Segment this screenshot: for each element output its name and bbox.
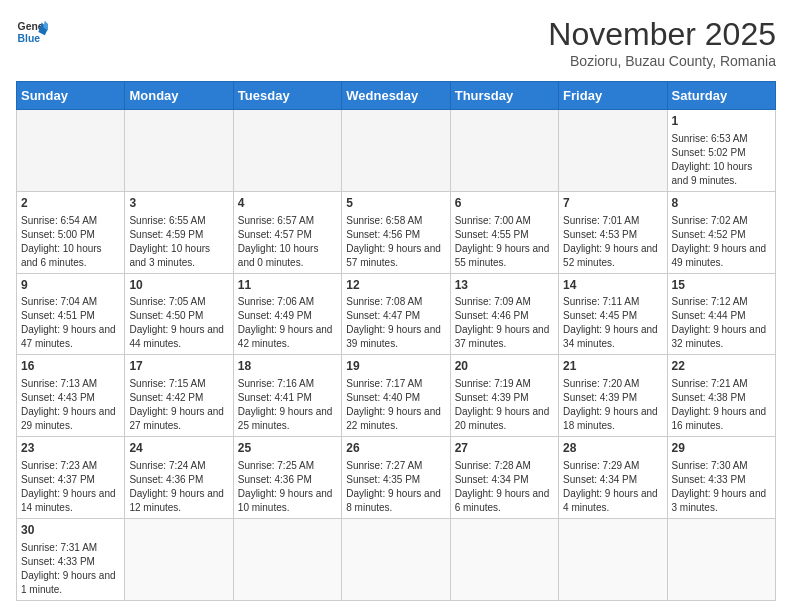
- day-cell: 20Sunrise: 7:19 AM Sunset: 4:39 PM Dayli…: [450, 355, 558, 437]
- day-cell: 21Sunrise: 7:20 AM Sunset: 4:39 PM Dayli…: [559, 355, 667, 437]
- day-info: Sunrise: 7:05 AM Sunset: 4:50 PM Dayligh…: [129, 295, 228, 351]
- week-row-0: 1Sunrise: 6:53 AM Sunset: 5:02 PM Daylig…: [17, 110, 776, 192]
- day-number: 30: [21, 522, 120, 539]
- day-info: Sunrise: 7:13 AM Sunset: 4:43 PM Dayligh…: [21, 377, 120, 433]
- day-cell: 9Sunrise: 7:04 AM Sunset: 4:51 PM Daylig…: [17, 273, 125, 355]
- day-number: 7: [563, 195, 662, 212]
- day-info: Sunrise: 7:09 AM Sunset: 4:46 PM Dayligh…: [455, 295, 554, 351]
- logo-icon: General Blue: [16, 16, 48, 48]
- day-cell: 26Sunrise: 7:27 AM Sunset: 4:35 PM Dayli…: [342, 437, 450, 519]
- day-number: 4: [238, 195, 337, 212]
- day-info: Sunrise: 7:12 AM Sunset: 4:44 PM Dayligh…: [672, 295, 771, 351]
- day-info: Sunrise: 7:06 AM Sunset: 4:49 PM Dayligh…: [238, 295, 337, 351]
- day-number: 18: [238, 358, 337, 375]
- day-cell: [233, 518, 341, 600]
- day-cell: 8Sunrise: 7:02 AM Sunset: 4:52 PM Daylig…: [667, 191, 775, 273]
- day-cell: 24Sunrise: 7:24 AM Sunset: 4:36 PM Dayli…: [125, 437, 233, 519]
- week-row-1: 2Sunrise: 6:54 AM Sunset: 5:00 PM Daylig…: [17, 191, 776, 273]
- day-number: 11: [238, 277, 337, 294]
- day-info: Sunrise: 7:17 AM Sunset: 4:40 PM Dayligh…: [346, 377, 445, 433]
- day-cell: 19Sunrise: 7:17 AM Sunset: 4:40 PM Dayli…: [342, 355, 450, 437]
- title-block: November 2025 Bozioru, Buzau County, Rom…: [548, 16, 776, 69]
- day-number: 3: [129, 195, 228, 212]
- day-cell: 10Sunrise: 7:05 AM Sunset: 4:50 PM Dayli…: [125, 273, 233, 355]
- weekday-header-thursday: Thursday: [450, 82, 558, 110]
- day-info: Sunrise: 7:02 AM Sunset: 4:52 PM Dayligh…: [672, 214, 771, 270]
- day-number: 14: [563, 277, 662, 294]
- day-info: Sunrise: 6:58 AM Sunset: 4:56 PM Dayligh…: [346, 214, 445, 270]
- day-number: 24: [129, 440, 228, 457]
- day-cell: 4Sunrise: 6:57 AM Sunset: 4:57 PM Daylig…: [233, 191, 341, 273]
- day-cell: [559, 110, 667, 192]
- day-info: Sunrise: 7:01 AM Sunset: 4:53 PM Dayligh…: [563, 214, 662, 270]
- weekday-header-tuesday: Tuesday: [233, 82, 341, 110]
- svg-text:Blue: Blue: [18, 33, 41, 44]
- day-cell: 1Sunrise: 6:53 AM Sunset: 5:02 PM Daylig…: [667, 110, 775, 192]
- day-cell: 23Sunrise: 7:23 AM Sunset: 4:37 PM Dayli…: [17, 437, 125, 519]
- logo: General Blue: [16, 16, 48, 48]
- day-cell: [559, 518, 667, 600]
- weekday-header-friday: Friday: [559, 82, 667, 110]
- page-header: General Blue November 2025 Bozioru, Buza…: [16, 16, 776, 69]
- day-info: Sunrise: 6:55 AM Sunset: 4:59 PM Dayligh…: [129, 214, 228, 270]
- day-cell: 29Sunrise: 7:30 AM Sunset: 4:33 PM Dayli…: [667, 437, 775, 519]
- day-info: Sunrise: 7:15 AM Sunset: 4:42 PM Dayligh…: [129, 377, 228, 433]
- day-info: Sunrise: 6:54 AM Sunset: 5:00 PM Dayligh…: [21, 214, 120, 270]
- day-cell: 2Sunrise: 6:54 AM Sunset: 5:00 PM Daylig…: [17, 191, 125, 273]
- day-cell: [233, 110, 341, 192]
- day-info: Sunrise: 7:25 AM Sunset: 4:36 PM Dayligh…: [238, 459, 337, 515]
- day-info: Sunrise: 7:16 AM Sunset: 4:41 PM Dayligh…: [238, 377, 337, 433]
- day-cell: [125, 110, 233, 192]
- day-number: 22: [672, 358, 771, 375]
- day-info: Sunrise: 7:08 AM Sunset: 4:47 PM Dayligh…: [346, 295, 445, 351]
- day-number: 10: [129, 277, 228, 294]
- day-info: Sunrise: 7:30 AM Sunset: 4:33 PM Dayligh…: [672, 459, 771, 515]
- day-cell: 11Sunrise: 7:06 AM Sunset: 4:49 PM Dayli…: [233, 273, 341, 355]
- day-number: 19: [346, 358, 445, 375]
- week-row-4: 23Sunrise: 7:23 AM Sunset: 4:37 PM Dayli…: [17, 437, 776, 519]
- day-cell: 3Sunrise: 6:55 AM Sunset: 4:59 PM Daylig…: [125, 191, 233, 273]
- day-number: 21: [563, 358, 662, 375]
- day-cell: 7Sunrise: 7:01 AM Sunset: 4:53 PM Daylig…: [559, 191, 667, 273]
- day-cell: 28Sunrise: 7:29 AM Sunset: 4:34 PM Dayli…: [559, 437, 667, 519]
- day-cell: 18Sunrise: 7:16 AM Sunset: 4:41 PM Dayli…: [233, 355, 341, 437]
- day-info: Sunrise: 7:29 AM Sunset: 4:34 PM Dayligh…: [563, 459, 662, 515]
- weekday-header-wednesday: Wednesday: [342, 82, 450, 110]
- day-number: 15: [672, 277, 771, 294]
- month-title: November 2025: [548, 16, 776, 53]
- day-info: Sunrise: 7:21 AM Sunset: 4:38 PM Dayligh…: [672, 377, 771, 433]
- day-number: 5: [346, 195, 445, 212]
- day-cell: 12Sunrise: 7:08 AM Sunset: 4:47 PM Dayli…: [342, 273, 450, 355]
- day-number: 23: [21, 440, 120, 457]
- day-cell: 15Sunrise: 7:12 AM Sunset: 4:44 PM Dayli…: [667, 273, 775, 355]
- day-info: Sunrise: 7:11 AM Sunset: 4:45 PM Dayligh…: [563, 295, 662, 351]
- day-info: Sunrise: 7:23 AM Sunset: 4:37 PM Dayligh…: [21, 459, 120, 515]
- weekday-header-saturday: Saturday: [667, 82, 775, 110]
- day-info: Sunrise: 7:27 AM Sunset: 4:35 PM Dayligh…: [346, 459, 445, 515]
- day-cell: 16Sunrise: 7:13 AM Sunset: 4:43 PM Dayli…: [17, 355, 125, 437]
- day-info: Sunrise: 7:04 AM Sunset: 4:51 PM Dayligh…: [21, 295, 120, 351]
- day-cell: 6Sunrise: 7:00 AM Sunset: 4:55 PM Daylig…: [450, 191, 558, 273]
- day-number: 28: [563, 440, 662, 457]
- day-cell: 30Sunrise: 7:31 AM Sunset: 4:33 PM Dayli…: [17, 518, 125, 600]
- day-number: 2: [21, 195, 120, 212]
- day-cell: 25Sunrise: 7:25 AM Sunset: 4:36 PM Dayli…: [233, 437, 341, 519]
- weekday-header-monday: Monday: [125, 82, 233, 110]
- day-number: 8: [672, 195, 771, 212]
- week-row-5: 30Sunrise: 7:31 AM Sunset: 4:33 PM Dayli…: [17, 518, 776, 600]
- day-cell: [450, 110, 558, 192]
- day-number: 25: [238, 440, 337, 457]
- day-number: 16: [21, 358, 120, 375]
- day-info: Sunrise: 7:20 AM Sunset: 4:39 PM Dayligh…: [563, 377, 662, 433]
- day-cell: [450, 518, 558, 600]
- day-info: Sunrise: 7:28 AM Sunset: 4:34 PM Dayligh…: [455, 459, 554, 515]
- day-cell: 17Sunrise: 7:15 AM Sunset: 4:42 PM Dayli…: [125, 355, 233, 437]
- day-cell: [125, 518, 233, 600]
- day-number: 13: [455, 277, 554, 294]
- day-cell: 22Sunrise: 7:21 AM Sunset: 4:38 PM Dayli…: [667, 355, 775, 437]
- day-info: Sunrise: 7:19 AM Sunset: 4:39 PM Dayligh…: [455, 377, 554, 433]
- day-cell: 5Sunrise: 6:58 AM Sunset: 4:56 PM Daylig…: [342, 191, 450, 273]
- day-number: 1: [672, 113, 771, 130]
- day-number: 20: [455, 358, 554, 375]
- day-info: Sunrise: 7:24 AM Sunset: 4:36 PM Dayligh…: [129, 459, 228, 515]
